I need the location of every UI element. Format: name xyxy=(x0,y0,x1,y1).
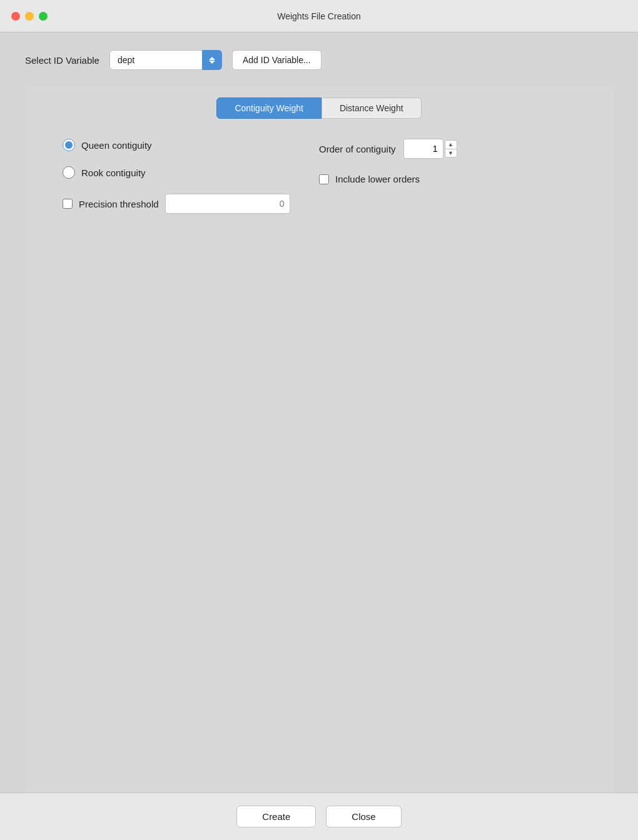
order-of-contiguity-row: Order of contiguity ▲ ▼ xyxy=(319,139,575,159)
close-window-btn[interactable] xyxy=(11,12,20,21)
minimize-window-btn[interactable] xyxy=(25,12,34,21)
order-decrement-btn[interactable]: ▼ xyxy=(445,149,457,158)
order-of-contiguity-input[interactable] xyxy=(403,139,443,159)
left-column: Queen contiguity Rook contiguity Precisi… xyxy=(63,139,319,214)
window-title: Weights File Creation xyxy=(277,11,361,21)
queen-contiguity-radio[interactable] xyxy=(63,139,75,151)
id-variable-label: Select ID Variable xyxy=(25,55,99,66)
bottom-bar: Create Close xyxy=(0,792,638,840)
id-variable-select-wrapper: dept xyxy=(109,50,222,70)
tab-contiguity-weight[interactable]: Contiguity Weight xyxy=(216,98,321,119)
precision-threshold-label: Precision threshold xyxy=(79,199,159,209)
include-lower-orders-checkbox[interactable] xyxy=(319,174,329,184)
rook-contiguity-label: Rook contiguity xyxy=(81,168,146,178)
queen-contiguity-row: Queen contiguity xyxy=(63,139,319,151)
tab-distance-weight[interactable]: Distance Weight xyxy=(322,98,422,119)
right-column: Order of contiguity ▲ ▼ Inc xyxy=(319,139,575,214)
tab-panel-container: Contiguity Weight Distance Weight Queen … xyxy=(0,88,638,840)
order-input-wrapper: ▲ ▼ xyxy=(403,139,457,159)
rook-contiguity-row: Rook contiguity xyxy=(63,166,319,179)
precision-threshold-input[interactable] xyxy=(165,194,290,214)
precision-threshold-checkbox[interactable] xyxy=(63,199,73,209)
queen-contiguity-label: Queen contiguity xyxy=(81,140,152,151)
tab-header: Contiguity Weight Distance Weight xyxy=(25,88,613,119)
id-variable-select[interactable]: dept xyxy=(109,50,222,70)
close-button[interactable]: Close xyxy=(326,806,401,828)
id-variable-section: Select ID Variable dept Add ID Variable.… xyxy=(0,32,638,88)
order-of-contiguity-label: Order of contiguity xyxy=(319,144,396,154)
include-lower-orders-row: Include lower orders xyxy=(319,174,575,184)
maximize-window-btn[interactable] xyxy=(39,12,48,21)
tab-content-contiguity: Queen contiguity Rook contiguity Precisi… xyxy=(25,119,613,234)
title-bar: Weights File Creation xyxy=(0,0,638,32)
create-button[interactable]: Create xyxy=(236,806,316,828)
include-lower-orders-label: Include lower orders xyxy=(335,174,420,184)
order-spinner: ▲ ▼ xyxy=(445,140,457,158)
tab-panel: Contiguity Weight Distance Weight Queen … xyxy=(25,88,613,840)
window-controls xyxy=(11,12,48,21)
add-id-variable-button[interactable]: Add ID Variable... xyxy=(232,50,322,70)
precision-threshold-row: Precision threshold xyxy=(63,194,319,214)
order-increment-btn[interactable]: ▲ xyxy=(445,140,457,149)
rook-contiguity-radio[interactable] xyxy=(63,166,75,179)
